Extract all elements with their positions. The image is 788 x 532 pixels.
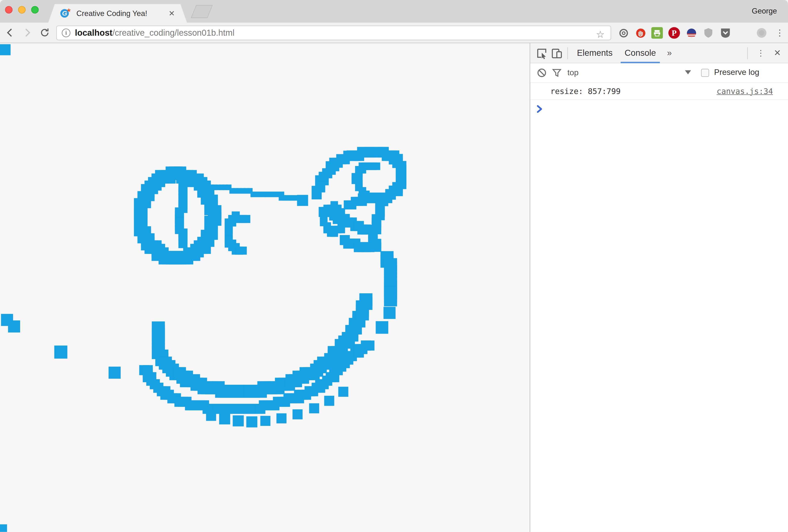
url-text: localhost/creative_coding/lesson01b.html <box>75 28 235 38</box>
funnel-icon <box>552 68 562 78</box>
shield-icon <box>704 28 713 38</box>
filter-button[interactable] <box>549 66 564 80</box>
console-prompt-chevron-icon <box>537 105 543 113</box>
web-page-viewport[interactable] <box>0 43 530 532</box>
url-path: /creative_coding/lesson01b.html <box>113 28 235 38</box>
traffic-lights <box>5 6 39 14</box>
printer-icon <box>653 29 661 37</box>
preserve-log-checkbox[interactable] <box>701 69 709 77</box>
pocket-badge-icon <box>720 28 731 38</box>
preserve-log-label: Preserve log <box>714 68 759 77</box>
devtools-tabbar-right: ⋮ ✕ <box>744 47 788 59</box>
url-host: localhost <box>75 28 113 38</box>
devtools-menu-kebab-icon[interactable]: ⋮ <box>751 48 771 58</box>
dimmed-circle-icon <box>756 27 767 39</box>
console-prompt-row[interactable] <box>530 100 788 118</box>
circular-arrows-icon <box>618 27 629 38</box>
context-dropdown-caret-icon[interactable] <box>685 70 691 75</box>
tab-close-icon[interactable]: ✕ <box>169 9 175 18</box>
back-button[interactable] <box>3 26 17 40</box>
reload-button[interactable] <box>38 26 52 40</box>
clear-console-icon <box>537 68 547 78</box>
toolbar-separator <box>747 47 748 59</box>
devtools-close-icon[interactable]: ✕ <box>771 48 788 58</box>
console-source-link[interactable]: canvas.js:34 <box>716 86 773 96</box>
more-tabs-chevron-icon[interactable]: » <box>662 48 676 58</box>
bookmark-star-icon[interactable]: ☆ <box>596 29 605 40</box>
drawing-canvas[interactable] <box>0 43 530 532</box>
extension-print-icon[interactable] <box>651 27 663 39</box>
close-window-button[interactable] <box>5 6 13 14</box>
forward-button[interactable] <box>20 26 34 40</box>
browser-tab[interactable]: G ★ Creative Coding Yea! ✕ <box>48 4 187 23</box>
tab-title: Creative Coding Yea! <box>76 9 169 18</box>
favicon-icon: G ★ <box>60 8 71 18</box>
tab-elements[interactable]: Elements <box>571 43 618 63</box>
tab-strip: G ★ Creative Coding Yea! ✕ George <box>0 0 788 23</box>
devtools-panel: Elements Console » ⋮ ✕ top Preser <box>530 43 788 532</box>
console-toolbar: top Preserve log <box>530 63 788 83</box>
clear-console-button[interactable] <box>534 66 549 80</box>
tab-console[interactable]: Console <box>618 43 662 63</box>
address-bar[interactable]: i localhost/creative_coding/lesson01b.ht… <box>56 26 611 40</box>
device-toolbar-icon <box>551 47 563 59</box>
extension-sync-icon[interactable] <box>618 27 629 39</box>
extension-blocker-icon[interactable] <box>635 27 646 39</box>
extension-shield-icon[interactable] <box>703 27 714 39</box>
extension-pocket-icon[interactable] <box>720 27 731 39</box>
reload-icon <box>39 27 50 38</box>
inspect-element-button[interactable] <box>534 46 549 60</box>
inspect-cursor-icon <box>536 47 548 59</box>
zoom-window-button[interactable] <box>31 6 39 14</box>
profile-name[interactable]: George <box>752 6 777 15</box>
browser-menu-kebab-icon[interactable]: ⋮ <box>774 27 785 39</box>
console-message-row[interactable]: resize: 857:799 canvas.js:34 <box>530 83 788 100</box>
page-info-icon[interactable]: i <box>62 29 71 37</box>
devtools-tabbar: Elements Console » ⋮ ✕ <box>530 43 788 63</box>
forward-arrow-icon <box>22 27 33 38</box>
toolbar-separator <box>567 47 568 59</box>
notifications-avatar-icon[interactable] <box>756 27 767 39</box>
extension-flag-icon[interactable] <box>685 27 697 39</box>
flag-circle-icon <box>686 27 697 38</box>
extension-pinterest-icon[interactable]: P <box>668 27 680 39</box>
minimize-window-button[interactable] <box>18 6 26 14</box>
execution-context-selector[interactable]: top <box>567 68 578 77</box>
new-tab-button[interactable] <box>191 5 213 18</box>
browser-toolbar: i localhost/creative_coding/lesson01b.ht… <box>0 23 788 43</box>
back-arrow-icon <box>4 27 16 38</box>
device-toolbar-button[interactable] <box>549 46 564 60</box>
browser-window: G ★ Creative Coding Yea! ✕ George i loca… <box>0 0 788 532</box>
stop-hand-icon <box>635 27 646 38</box>
console-message-text: resize: 857:799 <box>550 86 621 96</box>
